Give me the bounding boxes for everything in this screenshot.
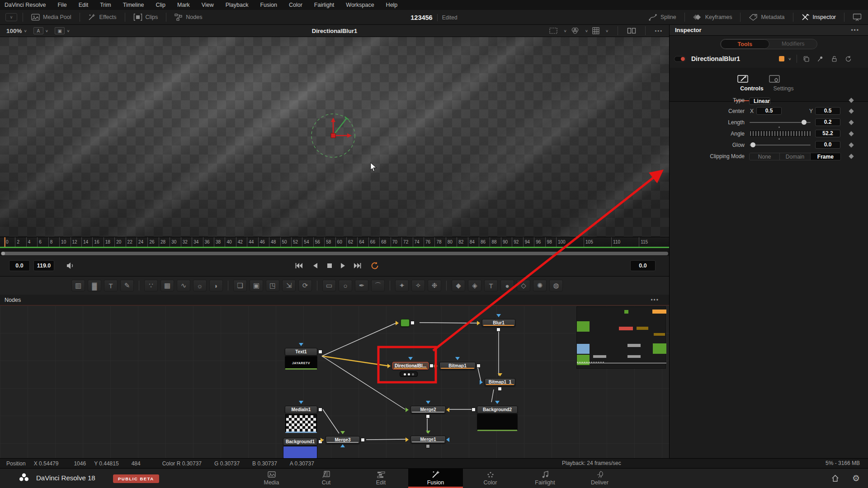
light-3d-tool-icon[interactable]: ✺: [533, 280, 547, 291]
menu-item-color[interactable]: Color: [283, 0, 308, 10]
menu-item-workspace[interactable]: Workspace: [340, 0, 380, 10]
paint-tool-icon[interactable]: ✎: [120, 280, 134, 291]
current-frame-field[interactable]: 0.0: [630, 260, 656, 271]
corner-position-tool-icon[interactable]: ◳: [266, 280, 279, 291]
node-input-left[interactable]: [406, 408, 409, 412]
display-mode-button[interactable]: ▣∨: [55, 27, 70, 34]
effects-button[interactable]: Effects: [85, 14, 119, 21]
subtab-settings[interactable]: Settings: [769, 75, 798, 92]
particle-spawn-tool-icon[interactable]: ✧: [411, 280, 425, 291]
node-input-top[interactable]: [498, 373, 502, 376]
shape-3d-tool-icon[interactable]: ◈: [468, 280, 481, 291]
chevron-down-icon[interactable]: ∨: [788, 57, 791, 61]
media-pool-button[interactable]: Media Pool: [28, 14, 74, 21]
node-input-top[interactable]: [299, 343, 303, 346]
scrollbar-thumb[interactable]: [1, 252, 668, 255]
menu-item-help[interactable]: Help: [380, 0, 404, 10]
merge-3d-tool-icon[interactable]: ●: [500, 280, 514, 291]
inspector-options-icon[interactable]: •••: [851, 27, 859, 33]
node-input-bottom[interactable]: [340, 444, 345, 447]
fast-noise-tool-icon[interactable]: ▓: [88, 280, 101, 291]
center-keyframe-icon[interactable]: [849, 108, 854, 113]
node-pipe[interactable]: [401, 319, 410, 327]
node-bitmap1-1[interactable]: Bitmap1_1: [485, 378, 515, 386]
chevron-down-icon[interactable]: ∨: [563, 29, 566, 33]
node-enable-toggle[interactable]: [674, 56, 686, 62]
particle-emitter-tool-icon[interactable]: ✦: [395, 280, 409, 291]
clipping-frame-button[interactable]: Frame: [811, 153, 840, 160]
project-settings-gear-icon[interactable]: ⚙: [852, 473, 860, 483]
node-bitmap1[interactable]: Bitmap1: [439, 362, 476, 370]
page-tab-media[interactable]: Media: [244, 468, 299, 488]
angle-thumbwheel[interactable]: [750, 131, 811, 136]
nodes-button[interactable]: Nodes: [172, 14, 205, 21]
node-blur1[interactable]: Blur1: [482, 319, 515, 327]
skip-start-button[interactable]: [293, 261, 305, 270]
range-in-field[interactable]: 0.0: [9, 260, 30, 271]
node-input-left[interactable]: [321, 438, 324, 442]
checker-grid-icon[interactable]: [592, 27, 600, 35]
node-background1[interactable]: Background1: [283, 438, 317, 458]
text-plus-tool-icon[interactable]: T: [104, 280, 118, 291]
node-output[interactable]: [472, 408, 476, 412]
background-tool-icon[interactable]: ▥: [71, 280, 85, 291]
node-input-top[interactable]: [455, 357, 460, 360]
nodes-panel-options-icon[interactable]: •••: [651, 297, 659, 303]
viewer-canvas[interactable]: [0, 37, 669, 237]
page-tab-fusion[interactable]: Fusion: [408, 468, 463, 488]
node-input-left[interactable]: [480, 380, 483, 385]
clipping-domain-button[interactable]: Domain: [780, 153, 810, 160]
inspector-button[interactable]: Inspector: [799, 14, 839, 21]
rectangle-mask-tool-icon[interactable]: ▭: [322, 280, 336, 291]
length-field[interactable]: 0.2: [815, 118, 840, 126]
resize-tool-icon[interactable]: ⇲: [282, 280, 296, 291]
loop-button[interactable]: [369, 261, 381, 270]
audio-mute-icon[interactable]: [66, 261, 75, 270]
inspector-tab-modifiers[interactable]: Modifiers: [769, 39, 817, 49]
color-curves-tool-icon[interactable]: ▦: [160, 280, 174, 291]
reset-history-icon[interactable]: [844, 55, 852, 63]
node-output[interactable]: [361, 438, 365, 442]
merge-tool-icon[interactable]: ▣: [250, 280, 263, 291]
center-x-field[interactable]: 0.5: [756, 107, 782, 115]
split-screen-icon[interactable]: [627, 27, 636, 34]
metadata-button[interactable]: Metadata: [746, 14, 787, 21]
node-input-top[interactable]: [495, 401, 500, 404]
center-y-field[interactable]: 0.5: [815, 107, 840, 115]
color-channels-icon[interactable]: [571, 27, 580, 35]
node-directionalbl-[interactable]: DirectionalBl...: [392, 362, 429, 370]
menu-item-trim[interactable]: Trim: [94, 0, 117, 10]
lock-icon[interactable]: [830, 55, 838, 63]
node-input-top[interactable]: [299, 401, 303, 404]
play-button[interactable]: [337, 261, 349, 270]
node-input-top[interactable]: [340, 431, 345, 434]
node-graph-minimap[interactable]: [576, 306, 666, 369]
ellipse-mask-tool-icon[interactable]: ○: [339, 280, 352, 291]
node-output[interactable]: [426, 444, 430, 448]
color-corrector-tool-icon[interactable]: ∵: [144, 280, 158, 291]
glow-field[interactable]: 0.0: [815, 141, 840, 149]
node-input-top[interactable]: [408, 357, 413, 360]
menu-item-view[interactable]: View: [196, 0, 220, 10]
page-tab-cut[interactable]: Cut: [299, 468, 354, 488]
page-tab-edit[interactable]: Edit: [354, 468, 408, 488]
subtab-controls[interactable]: Controls: [737, 75, 766, 92]
viewer-zoom-level[interactable]: 100%: [6, 28, 22, 34]
range-out-field[interactable]: 119.0: [33, 260, 54, 271]
node-modifier-dots[interactable]: [400, 371, 418, 377]
stop-button[interactable]: [324, 261, 335, 270]
menu-item-fairlight[interactable]: Fairlight: [308, 0, 340, 10]
skip-end-button[interactable]: [352, 261, 363, 270]
node-output[interactable]: [476, 364, 481, 368]
menu-item-mark[interactable]: Mark: [171, 0, 196, 10]
node-input-top[interactable]: [426, 431, 430, 434]
node-text1[interactable]: Text1JAYARETV: [285, 348, 317, 370]
node-output[interactable]: [426, 414, 430, 418]
polygon-mask-tool-icon[interactable]: ✒: [355, 280, 368, 291]
node-input-right[interactable]: [446, 437, 449, 442]
node-output[interactable]: [410, 321, 415, 325]
node-output[interactable]: [498, 387, 502, 391]
particle-render-tool-icon[interactable]: ❉: [428, 280, 441, 291]
angle-keyframe-icon[interactable]: [849, 131, 854, 136]
node-input-top[interactable]: [426, 401, 430, 404]
